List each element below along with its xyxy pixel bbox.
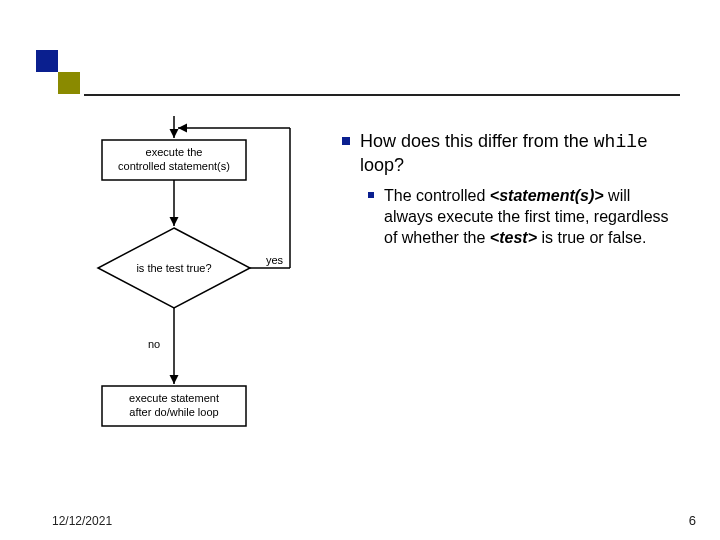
flow-no-label: no xyxy=(148,338,160,350)
bullet-icon xyxy=(368,192,374,198)
flow-box2-line1: execute statement xyxy=(129,392,219,404)
answer-text: The controlled <statement(s)> will alway… xyxy=(384,186,682,248)
flowchart: execute the controlled statement(s) is t… xyxy=(54,116,324,476)
slide-decoration xyxy=(24,32,704,94)
flow-box1-line2: controlled statement(s) xyxy=(118,160,230,172)
flow-box2-line2: after do/while loop xyxy=(129,406,218,418)
question-text: How does this differ from the while loop… xyxy=(360,130,682,176)
flow-yes-label: yes xyxy=(266,254,284,266)
footer-date: 12/12/2021 xyxy=(52,514,112,528)
flow-box1-line1: execute the xyxy=(146,146,203,158)
flow-diamond-label: is the test true? xyxy=(136,262,211,274)
footer-page-number: 6 xyxy=(689,513,696,528)
bullet-icon xyxy=(342,137,350,145)
slide-body: How does this differ from the while loop… xyxy=(342,130,682,248)
